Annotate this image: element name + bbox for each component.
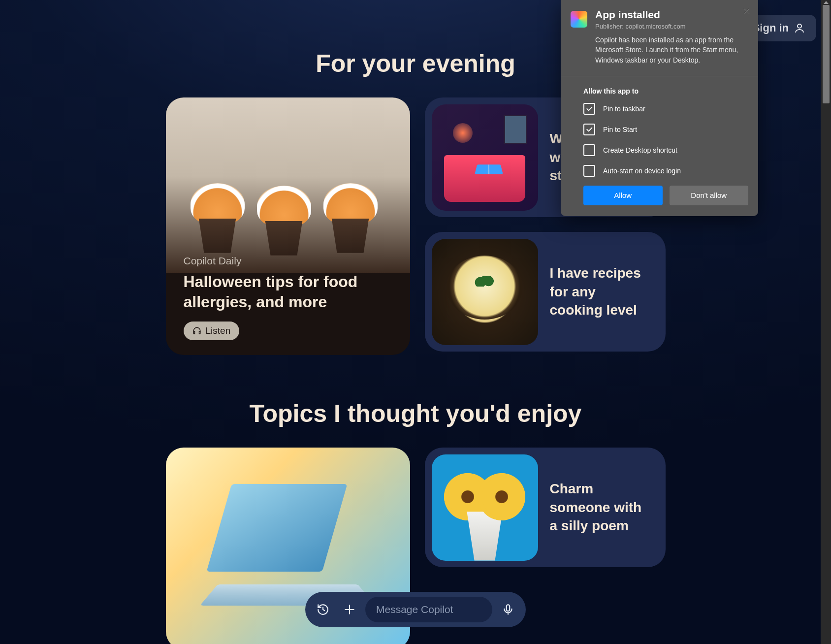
plus-icon [343,603,356,616]
add-button[interactable] [339,599,360,620]
svg-rect-1 [507,605,510,611]
user-icon [794,22,805,34]
checkbox-icon [583,124,595,135]
popup-title: App installed [595,9,748,21]
card-image-soup [432,239,538,345]
checkbox-icon [583,165,595,177]
hero-content: Copilot Daily Halloween tips for food al… [184,255,392,340]
popup-body: Allow this app to Pin to taskbar Pin to … [561,76,758,216]
hero-title: Halloween tips for food allergies, and m… [184,272,392,313]
chat-bar [305,592,526,627]
history-button[interactable] [312,599,334,620]
scroll-thumb[interactable] [823,5,830,103]
listen-button[interactable]: Listen [184,322,240,340]
checkbox-label: Create Desktop shortcut [603,146,677,154]
checkbox-label: Auto-start on device login [603,167,681,175]
mic-icon [502,603,514,616]
card-image-bedroom [432,104,538,211]
chat-input[interactable] [376,604,481,615]
popup-close-button[interactable] [740,5,752,17]
card-silly-poem[interactable]: Charm someone with a silly poem [425,448,666,567]
popup-header-text: App installed Publisher: copilot.microso… [595,9,748,65]
checkbox-pin-taskbar[interactable]: Pin to taskbar [583,103,748,115]
allow-button[interactable]: Allow [583,186,663,205]
hero-eyebrow: Copilot Daily [184,255,392,267]
mic-button[interactable] [497,599,519,620]
close-icon [742,7,751,15]
section-title-evening: For your evening [316,49,515,78]
dont-allow-button[interactable]: Don't allow [670,186,749,205]
chat-input-wrap [365,597,492,622]
popup-description: Copilot has been installed as an app fro… [595,35,748,65]
copilot-app-icon [571,11,587,28]
checkbox-icon [583,144,595,156]
hero-card-daily[interactable]: Copilot Daily Halloween tips for food al… [166,97,410,355]
history-icon [317,603,329,616]
checkbox-label: Pin to Start [603,126,637,133]
scrollbar[interactable] [821,0,831,644]
scroll-up-arrow-icon [823,0,830,5]
headphones-icon [192,326,201,335]
card-recipes[interactable]: I have recipes for any cooking level [425,232,666,352]
checkbox-pin-start[interactable]: Pin to Start [583,124,748,135]
checkbox-autostart[interactable]: Auto-start on device login [583,165,748,177]
hero-image-cupcakes [166,97,410,273]
card-image-flowers [432,454,538,561]
checkbox-icon [583,103,595,115]
allow-heading: Allow this app to [583,87,748,95]
app-installed-popup: App installed Publisher: copilot.microso… [561,0,758,216]
checkbox-label: Pin to taskbar [603,105,645,113]
section-title-topics: Topics I thought you'd enjoy [250,399,582,428]
popup-publisher: Publisher: copilot.microsoft.com [595,23,748,30]
card-text: I have recipes for any cooking level [550,264,652,320]
popup-buttons: Allow Don't allow [583,186,748,205]
listen-label: Listen [206,325,231,336]
svg-point-0 [798,24,801,28]
card-text: Charm someone with a silly poem [550,480,652,535]
checkbox-desktop-shortcut[interactable]: Create Desktop shortcut [583,144,748,156]
popup-header: App installed Publisher: copilot.microso… [561,0,758,76]
